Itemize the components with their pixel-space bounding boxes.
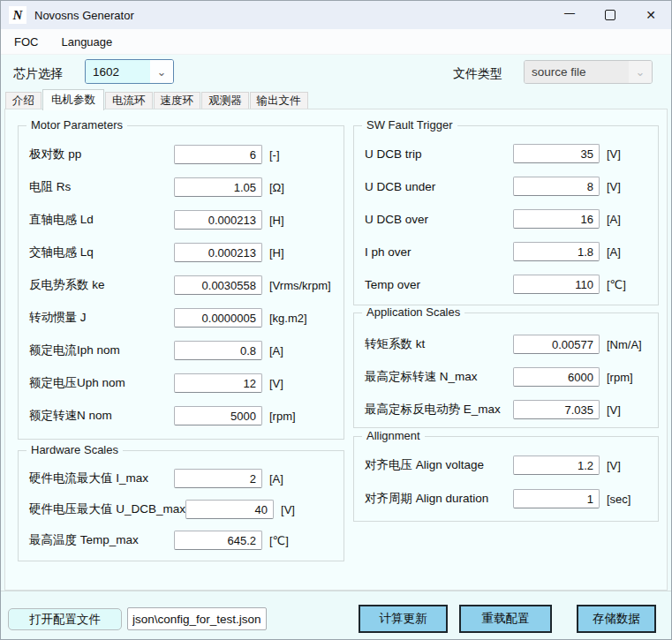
param-label: U DCB trip	[365, 147, 513, 161]
param-row-n-nom: 额定转速N nom [rpm]	[19, 406, 344, 425]
param-input-i-max[interactable]	[174, 469, 262, 488]
minimize-button[interactable]: —	[549, 1, 590, 29]
param-input-align-voltage[interactable]	[513, 456, 600, 475]
param-label: 最高定标反电动势 E_max	[365, 402, 513, 418]
param-input-temp-over[interactable]	[513, 275, 600, 294]
param-unit: [Ω]	[262, 181, 344, 194]
param-row-udcb-under: U DCB under [V]	[354, 177, 658, 196]
param-input-lq[interactable]	[174, 243, 262, 262]
param-unit: [H]	[262, 246, 344, 260]
maximize-icon	[605, 10, 615, 20]
param-label: I ph over	[365, 245, 513, 259]
param-row-udcb-over: U DCB over [A]	[354, 209, 658, 229]
param-label: 交轴电感 Lq	[29, 245, 174, 260]
param-row-pp: 极对数 pp [-]	[19, 145, 344, 164]
param-row-iph-nom: 额定电流Iph nom [A]	[19, 341, 344, 360]
param-label: U DCB under	[365, 180, 513, 193]
param-label: 反电势系数 ke	[29, 277, 174, 293]
param-input-align-duration[interactable]	[513, 489, 600, 508]
param-input-udcb-under[interactable]	[513, 177, 600, 196]
save-data-button[interactable]: 存储数据	[577, 605, 656, 633]
open-config-button[interactable]: 打开配置文件	[8, 608, 122, 630]
menu-item-language[interactable]: Language	[61, 35, 112, 49]
param-input-ke[interactable]	[174, 275, 262, 295]
param-row-ld: 直轴电感 Ld [H]	[19, 210, 344, 230]
param-input-ld[interactable]	[174, 210, 262, 230]
param-unit: [A]	[262, 344, 344, 358]
param-unit: [rpm]	[600, 371, 658, 384]
tab-observer[interactable]: 观测器	[201, 92, 249, 109]
tab-speed-loop[interactable]: 速度环	[154, 92, 201, 109]
tab-intro[interactable]: 介绍	[5, 92, 42, 109]
maximize-button[interactable]	[590, 1, 630, 29]
tab-current-loop[interactable]: 电流环	[105, 92, 153, 109]
param-input-udcb-trip[interactable]	[513, 144, 600, 163]
param-row-ke: 反电势系数 ke [Vrms/krpm]	[19, 275, 344, 295]
window-controls: — ✕	[549, 1, 671, 29]
app-window: N Novosns Generator — ✕ FOC Language 芯片选…	[0, 0, 672, 640]
param-unit: [V]	[600, 147, 658, 161]
param-row-align-duration: 对齐周期 Align duration [sec]	[354, 489, 658, 508]
param-input-pp[interactable]	[174, 145, 262, 164]
title-bar: N Novosns Generator — ✕	[1, 1, 671, 29]
calc-update-button[interactable]: 计算更新	[359, 605, 448, 633]
param-row-udcb-trip: U DCB trip [V]	[354, 144, 658, 163]
reload-config-button[interactable]: 重载配置	[459, 605, 552, 633]
param-input-rs[interactable]	[174, 177, 262, 197]
chip-select-combobox[interactable]: 1602 ⌄	[85, 59, 174, 84]
param-label: 最高定标转速 N_max	[365, 369, 513, 385]
param-label: 额定电流Iph nom	[29, 343, 174, 358]
param-input-udcb-max[interactable]	[185, 500, 274, 519]
param-input-e-max[interactable]	[513, 400, 600, 419]
param-input-n-nom[interactable]	[174, 406, 262, 425]
param-unit: [V]	[262, 377, 344, 390]
param-label: 对齐电压 Align voltage	[365, 457, 513, 473]
close-button[interactable]: ✕	[630, 1, 671, 29]
param-unit: [℃]	[600, 278, 658, 291]
group-hardware-scales: Hardware Scales 硬件电流最大值 I_max [A] 硬件电压最大…	[18, 450, 344, 561]
param-row-uph-nom: 额定电压Uph nom [V]	[19, 373, 344, 393]
param-row-e-max: 最高定标反电动势 E_max [V]	[354, 400, 658, 419]
param-unit: [A]	[600, 213, 658, 226]
param-row-temp-over: Temp over [℃]	[354, 275, 658, 294]
close-icon: ✕	[646, 8, 656, 22]
param-label: 直轴电感 Ld	[29, 212, 174, 228]
param-input-uph-nom[interactable]	[174, 373, 262, 393]
param-label: 最高温度 Temp_max	[29, 532, 174, 548]
file-type-combobox[interactable]: source file ⌄	[524, 60, 653, 84]
chevron-down-icon: ⌄	[629, 61, 652, 83]
param-label: 极对数 pp	[29, 147, 174, 162]
param-row-kt: 转矩系数 kt [Nm/A]	[354, 335, 658, 354]
motor-params-tab-page: Motor Parameters 极对数 pp [-] 电阻 Rs [Ω] 直轴…	[4, 109, 668, 591]
group-title: Hardware Scales	[26, 443, 123, 456]
param-unit: [V]	[600, 459, 658, 472]
param-input-iph-over[interactable]	[513, 242, 600, 261]
group-alignment: Allignment 对齐电压 Align voltage [V] 对齐周期 A…	[353, 436, 659, 522]
tab-output-file[interactable]: 输出文件	[250, 92, 308, 109]
param-label: 转动惯量 J	[29, 310, 174, 326]
group-title: SW Fault Trigger	[362, 118, 457, 132]
param-input-n-max[interactable]	[513, 367, 600, 387]
param-label: 硬件电流最大值 I_max	[29, 471, 174, 486]
param-unit: [Vrms/krpm]	[262, 279, 344, 292]
param-input-udcb-over[interactable]	[513, 209, 600, 229]
param-input-kt[interactable]	[513, 335, 600, 354]
menu-bar: FOC Language	[1, 29, 671, 55]
config-path-input[interactable]	[127, 607, 267, 630]
param-unit: [V]	[274, 503, 344, 516]
param-row-rs: 电阻 Rs [Ω]	[19, 177, 344, 197]
param-row-i-max: 硬件电流最大值 I_max [A]	[19, 469, 344, 488]
param-label: 对齐周期 Align duration	[365, 491, 513, 507]
param-unit: [rpm]	[262, 410, 344, 423]
param-row-temp-max: 最高温度 Temp_max [℃]	[19, 531, 344, 550]
menu-item-foc[interactable]: FOC	[14, 35, 38, 49]
param-input-j[interactable]	[174, 308, 262, 328]
param-input-iph-nom[interactable]	[174, 341, 262, 360]
param-unit: [-]	[262, 148, 344, 162]
param-input-temp-max[interactable]	[174, 531, 262, 550]
tab-bar: 介绍 电机参数 电流环 速度环 观测器 输出文件	[5, 92, 309, 110]
param-unit: [A]	[262, 472, 344, 486]
app-logo-icon: N	[9, 6, 26, 24]
tab-motor-params[interactable]: 电机参数	[42, 89, 104, 110]
group-title: Allignment	[362, 429, 425, 442]
